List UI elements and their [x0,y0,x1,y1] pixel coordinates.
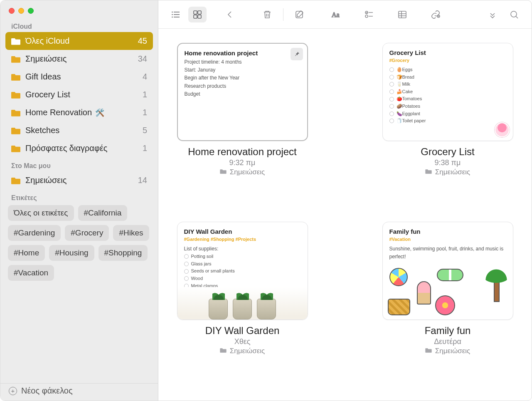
back-button[interactable] [221,7,239,22]
svg-point-4 [172,14,172,15]
tag-chip[interactable]: #Housing [49,245,94,261]
note-folder: Σημειώσεις [425,347,470,355]
section-tags-label: Ετικέτες [0,189,158,203]
card-check-item: 🍰Cake [389,88,506,96]
folder-icon [425,347,432,355]
radio-icon [184,254,189,259]
checklist-button[interactable] [360,7,378,22]
note-item[interactable]: Home renovation projectProject timeline:… [175,43,310,208]
folder-icon [11,37,20,45]
folder-count: 5 [143,126,147,135]
tag-chip[interactable]: #Hikes [113,225,149,241]
sidebar-folder[interactable]: Grocery List1 [5,86,153,104]
tag-chip[interactable]: #Grocery [65,225,109,241]
folder-icon [11,73,20,81]
link-button[interactable] [426,7,445,22]
card-tags: #Vacation [389,237,506,242]
sidebar-folder[interactable]: Σημειώσεις34 [5,50,153,68]
card-check-item: 🍆Eggplant [389,110,506,118]
card-title: Home renovation project [185,50,300,57]
svg-rect-8 [194,15,197,18]
svg-text:Aa: Aa [332,11,340,18]
radio-icon [389,75,394,79]
card-line: Start: Januray [185,66,300,74]
sidebar-folder[interactable]: Gift Ideas4 [5,68,153,86]
sidebar-folder[interactable]: Όλες iCloud45 [5,32,153,50]
tag-chip[interactable]: #Home [8,245,45,261]
card-check-item: 🧻Toilet paper [389,117,506,125]
folder-label: Σημειώσεις [25,176,66,185]
card-check-item: 🍅Tomatoes [389,95,506,103]
folder-icon [11,91,20,99]
card-check-item: Wood [184,275,301,282]
note-item[interactable]: Family fun#VacationSunshine, swimming po… [380,222,515,386]
sidebar-folder[interactable]: Σημειώσεις14 [5,171,153,189]
main-area: Aa Home renovation projectProject timeli… [158,0,532,401]
card-line: Research products [185,82,300,90]
svg-rect-18 [399,11,406,18]
svg-point-16 [365,15,368,17]
tag-chip[interactable]: #California [78,205,128,221]
note-card[interactable]: Grocery List#Grocery🥚Eggs🍞Bread🥛Milk🍰Cak… [382,43,513,141]
card-tags: #Grocery [389,58,506,63]
card-title: DIY Wall Garden [184,228,301,235]
format-button[interactable]: Aa [327,7,345,22]
toolbar-divider [283,8,283,21]
card-check-item: Glass jars [184,260,301,268]
fullscreen-window[interactable] [28,8,34,14]
close-window[interactable] [9,8,15,14]
card-check-item: Seeds or small plants [184,267,301,275]
radio-icon [184,262,189,266]
card-check-item: 🥚Eggs [389,66,506,74]
note-folder: Σημειώσεις [425,168,470,176]
more-button[interactable] [483,7,502,22]
sidebar-folder[interactable]: Sketches5 [5,121,153,139]
minimize-window[interactable] [18,8,24,14]
tags-list: Όλες οι ετικέτες#California#Gardening#Gr… [8,203,150,281]
folder-label: Grocery List [25,90,70,99]
folder-icon [425,168,432,176]
notes-gallery: Home renovation projectProject timeline:… [158,29,532,401]
folder-list-mac: Σημειώσεις14 [0,171,158,189]
tag-chip[interactable]: #Shopping [99,245,148,261]
tag-chip[interactable]: Όλες οι ετικέτες [8,205,74,221]
note-item[interactable]: Grocery List#Grocery🥚Eggs🍞Bread🥛Milk🍰Cak… [380,43,515,208]
tag-chip[interactable]: #Gardening [8,225,61,241]
new-folder-label: Νέος φάκελος [21,386,73,396]
tools-icon: 🛠️ [95,108,104,117]
folder-label: Gift Ideas [25,72,61,82]
table-button[interactable] [393,7,411,22]
folder-icon [11,109,20,116]
svg-rect-6 [194,11,197,14]
folder-label: Home Renovation [25,108,92,117]
tag-chip[interactable]: #Vacation [8,265,54,281]
svg-point-5 [172,16,172,17]
radio-icon [389,111,394,116]
shared-avatar [495,122,510,137]
list-view-button[interactable] [167,7,185,22]
note-card[interactable]: Home renovation projectProject timeline:… [177,43,308,141]
search-button[interactable] [505,7,523,22]
folder-label: Όλες iCloud [25,36,69,46]
folder-icon [220,347,227,355]
plus-icon: + [9,387,17,395]
note-card[interactable]: Family fun#VacationSunshine, swimming po… [382,222,513,320]
sidebar-folder[interactable]: Πρόσφατες διαγραφές1 [5,139,153,157]
gallery-view-button[interactable] [188,7,207,22]
stickers-image [387,266,509,316]
card-check-item: 🥛Milk [389,81,506,88]
pin-icon [291,48,303,60]
folder-count: 45 [138,36,147,46]
sidebar-folder[interactable]: Home Renovation🛠️1 [5,104,153,121]
svg-rect-9 [198,15,201,18]
card-body: Sunshine, swimming pool, fruit, drinks, … [389,245,506,261]
delete-button[interactable] [258,7,276,22]
radio-icon [389,119,394,123]
card-line: Begin after the New Year [185,74,300,82]
new-folder-button[interactable]: + Νέος φάκελος [0,383,158,398]
compose-button[interactable] [290,7,308,22]
note-item[interactable]: DIY Wall Garden#Gardening #Shopping #Pro… [175,222,310,386]
note-card[interactable]: DIY Wall Garden#Gardening #Shopping #Pro… [177,222,308,320]
sidebar: iCloud Όλες iCloud45Σημειώσεις34Gift Ide… [0,0,158,401]
folder-count: 14 [138,176,147,185]
